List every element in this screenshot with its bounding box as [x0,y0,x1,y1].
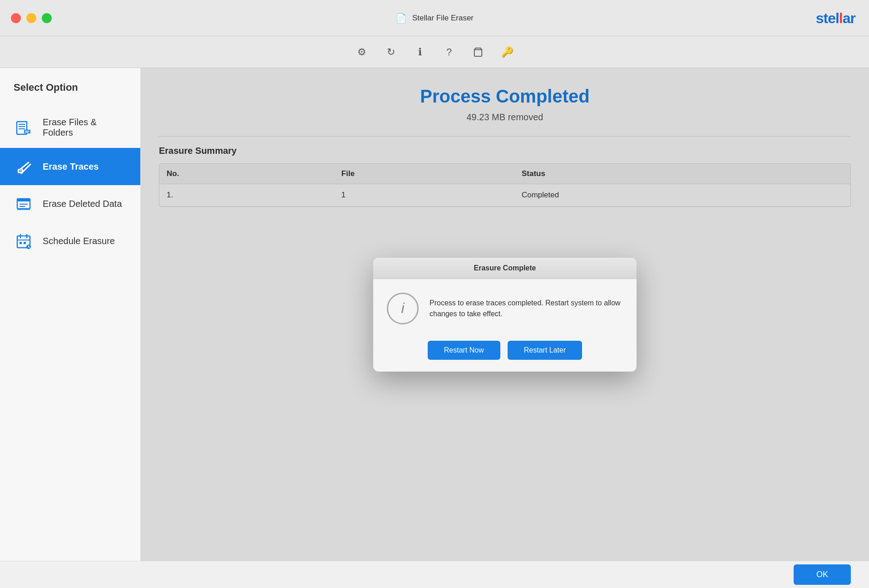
erase-deleted-icon [14,195,34,212]
dialog-overlay: Erasure Complete i Process to erase trac… [141,68,869,561]
close-button[interactable] [11,13,21,23]
stellar-logo: stellar [816,10,855,26]
erasure-complete-dialog: Erasure Complete i Process to erase trac… [373,258,637,372]
erase-traces-icon [14,158,34,175]
dialog-buttons: Restart Now Restart Later [373,333,637,372]
bottom-bar: OK [0,561,869,588]
svg-rect-12 [17,199,30,201]
sidebar-item-erase-traces-label: Erase Traces [43,162,99,172]
dialog-message: Process to erase traces completed. Resta… [430,298,623,319]
svg-rect-8 [18,169,23,173]
key-button[interactable]: 🔑 [497,42,517,62]
info-button[interactable]: ℹ [410,42,430,62]
settings-button[interactable]: ⚙ [352,42,372,62]
app-title: Stellar File Eraser [412,14,474,23]
traffic-lights [11,13,52,23]
sidebar: Select Option Erase Files & Folders [0,68,141,561]
dialog-info-icon: i [387,293,419,324]
sidebar-item-erase-deleted[interactable]: Erase Deleted Data [0,185,140,222]
sidebar-item-erase-deleted-label: Erase Deleted Data [43,199,122,209]
content-area: Process Completed 49.23 MB removed Erasu… [141,68,869,561]
sidebar-item-schedule-erasure-label: Schedule Erasure [43,236,115,246]
svg-rect-5 [24,130,30,133]
titlebar-content: 📄 Stellar File Eraser [395,13,474,24]
erase-files-icon [14,119,34,136]
help-button[interactable]: ? [439,42,459,62]
sidebar-item-erase-files[interactable]: Erase Files & Folders [0,107,140,148]
restart-later-button[interactable]: Restart Later [508,341,582,360]
sidebar-item-schedule-erasure[interactable]: Schedule Erasure [0,222,140,260]
svg-rect-20 [24,242,26,244]
sidebar-item-erase-traces[interactable]: Erase Traces [0,148,140,185]
ok-button[interactable]: OK [794,564,851,585]
app-icon: 📄 [395,13,407,24]
dialog-titlebar: Erasure Complete [373,258,637,279]
sidebar-title: Select Option [0,82,140,107]
schedule-erasure-icon [14,232,34,250]
toolbar: ⚙ ↻ ℹ ? 🔑 [0,36,869,68]
svg-rect-19 [20,242,22,244]
refresh-button[interactable]: ↻ [381,42,401,62]
main-layout: Select Option Erase Files & Folders [0,68,869,561]
sidebar-item-erase-files-label: Erase Files & Folders [43,117,127,138]
cart-button[interactable] [468,42,488,62]
restart-now-button[interactable]: Restart Now [428,341,500,360]
maximize-button[interactable] [42,13,52,23]
minimize-button[interactable] [26,13,36,23]
dialog-body: i Process to erase traces completed. Res… [373,279,637,333]
titlebar: 📄 Stellar File Eraser stellar [0,0,869,36]
